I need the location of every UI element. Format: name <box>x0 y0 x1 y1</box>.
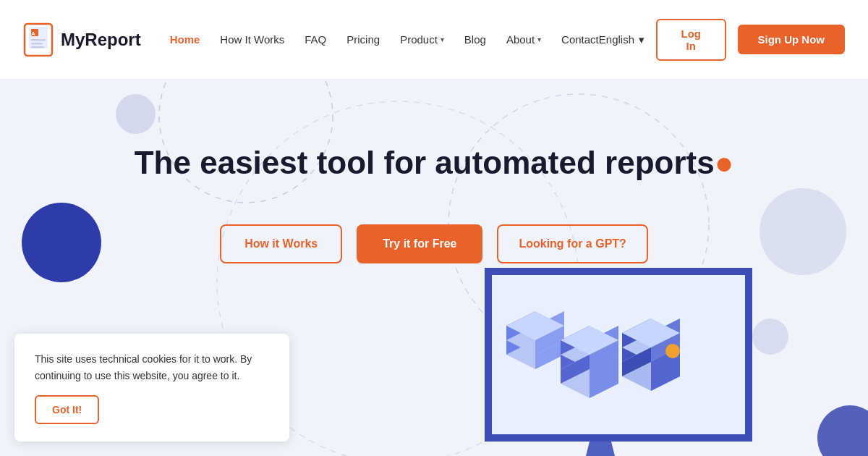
logo-text: MyReport <box>61 30 141 50</box>
logo[interactable]: A MyReport <box>23 22 141 57</box>
svg-point-7 <box>159 80 333 203</box>
how-it-works-button[interactable]: How it Works <box>220 224 342 263</box>
hero-buttons: How it Works Try it for Free Looking for… <box>220 224 648 263</box>
svg-text:A: A <box>31 30 35 37</box>
login-button[interactable]: Log In <box>656 19 726 61</box>
circle-blue-bottom-right <box>817 405 868 456</box>
nav-blog[interactable]: Blog <box>464 33 486 46</box>
nav-contact[interactable]: Contact <box>561 33 599 46</box>
product-chevron-icon: ▾ <box>441 35 444 43</box>
gpt-button[interactable]: Looking for a GPT? <box>497 224 647 263</box>
hero-title: The easiest tool for automated reports● <box>135 145 734 181</box>
svg-rect-4 <box>31 39 46 41</box>
navbar: A MyReport Home How It Works FAQ Pricing… <box>0 0 868 80</box>
cookie-notice: This site uses technical cookies for it … <box>14 334 289 442</box>
try-free-button[interactable]: Try it for Free <box>357 224 482 263</box>
nav-about[interactable]: About ▾ <box>506 33 541 46</box>
about-chevron-icon: ▾ <box>537 35 541 43</box>
cookie-text: This site uses technical cookies for it … <box>35 351 269 384</box>
language-label: English <box>599 33 634 46</box>
nav-home[interactable]: Home <box>170 33 200 46</box>
nav-links: Home How It Works FAQ Pricing Product ▾ … <box>170 33 599 46</box>
signup-button[interactable]: Sign Up Now <box>738 25 846 54</box>
language-selector[interactable]: English ▾ <box>599 33 644 46</box>
circle-gray-top <box>116 94 156 134</box>
language-chevron-icon: ▾ <box>639 33 644 46</box>
svg-rect-6 <box>31 46 44 48</box>
nav-pricing[interactable]: Pricing <box>346 33 380 46</box>
circle-blue-large <box>22 203 101 282</box>
nav-faq[interactable]: FAQ <box>305 33 326 46</box>
svg-marker-40 <box>582 442 618 456</box>
svg-rect-5 <box>31 43 43 45</box>
hero-section: The easiest tool for automated reports● … <box>0 80 868 456</box>
logo-icon: A <box>23 22 54 57</box>
nav-product[interactable]: Product ▾ <box>400 33 444 46</box>
got-it-button[interactable]: Got It! <box>35 395 99 424</box>
nav-right: English ▾ Log In Sign Up Now <box>599 19 845 61</box>
nav-how-it-works[interactable]: How It Works <box>220 33 284 46</box>
title-dot: ● <box>715 145 734 180</box>
svg-point-39 <box>665 344 680 358</box>
